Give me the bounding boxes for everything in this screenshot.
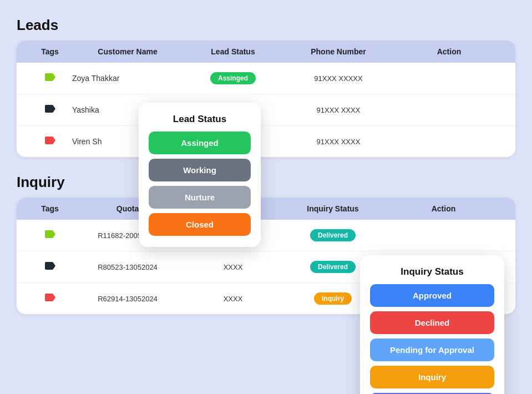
inquiry-title: Inquiry (17, 174, 515, 191)
tag-icon-green (43, 228, 57, 241)
leads-col-status: Lead Status (183, 47, 283, 56)
tag-cell (28, 134, 72, 149)
leads-col-tags: Tags (28, 47, 72, 56)
inquiry-status-badge: Delivered (283, 229, 383, 241)
table-row: Zoya Thakkar Assinged 91XXX XXXXX (17, 63, 515, 94)
phone-number: 91XXX XXXX (283, 138, 394, 146)
tag-icon-green (43, 70, 57, 84)
inquiry-status-option-declined[interactable]: Declined (370, 311, 494, 334)
tag-icon-black (43, 102, 57, 115)
customer-name: Zoya Thakkar (72, 74, 183, 83)
phone-number: 91XXX XXXXX (283, 74, 394, 83)
quota-number: R62914-13052024 (72, 295, 183, 303)
lead-status-option-assinged[interactable]: Assinged (149, 132, 251, 154)
table-row: Viren Sh Assinged 91XXX XXXX (17, 126, 515, 157)
table-row: Yashika Closed 91XXX XXXX (17, 94, 515, 126)
price-value: XXXX (183, 263, 283, 271)
leads-col-customer: Customer Name (72, 47, 183, 56)
lead-status-option-closed[interactable]: Closed (149, 213, 251, 236)
inquiry-col-tags: Tags (28, 204, 72, 213)
tag-cell (28, 259, 72, 275)
leads-table-header: Tags Customer Name Lead Status Phone Num… (17, 41, 515, 63)
inquiry-status-option-inquiry[interactable]: Inquiry (370, 366, 494, 388)
inquiry-table-header: Tags Quota Price Inquiry Status Action (17, 198, 515, 220)
leads-col-action: Action (394, 47, 504, 56)
inquiry-status-option-pending[interactable]: Pending for Approval (370, 339, 494, 361)
lead-status-option-working[interactable]: Working (149, 159, 251, 181)
price-value: XXXX (183, 295, 283, 303)
leads-col-phone: Phone Number (283, 47, 394, 56)
tag-icon-red (43, 134, 57, 147)
leads-title: Leads (17, 17, 515, 34)
table-row: R11682-20052024 XXXX Delivered (17, 220, 515, 251)
inquiry-col-status: Inquiry Status (283, 204, 383, 213)
leads-table: Tags Customer Name Lead Status Phone Num… (17, 41, 515, 157)
tag-icon-red (43, 291, 57, 304)
lead-status-option-nurture[interactable]: Nurture (149, 186, 251, 209)
tag-icon-black (43, 259, 57, 272)
quota-number: R80523-13052024 (72, 263, 183, 271)
tag-cell (28, 70, 72, 86)
lead-status-badge: Assinged (183, 72, 283, 84)
lead-status-dropdown: Lead Status Assinged Working Nurture Clo… (139, 103, 261, 247)
inquiry-col-action: Action (383, 204, 504, 213)
phone-number: 91XXX XXXX (283, 106, 394, 114)
tag-cell (28, 291, 72, 306)
lead-status-dropdown-title: Lead Status (149, 114, 251, 125)
tag-cell (28, 102, 72, 118)
inquiry-status-dropdown-title: Inquiry Status (370, 266, 494, 277)
inquiry-status-option-approved[interactable]: Approved (370, 284, 494, 307)
inquiry-status-dropdown: Inquiry Status Approved Declined Pending… (360, 255, 504, 394)
tag-cell (28, 228, 72, 243)
